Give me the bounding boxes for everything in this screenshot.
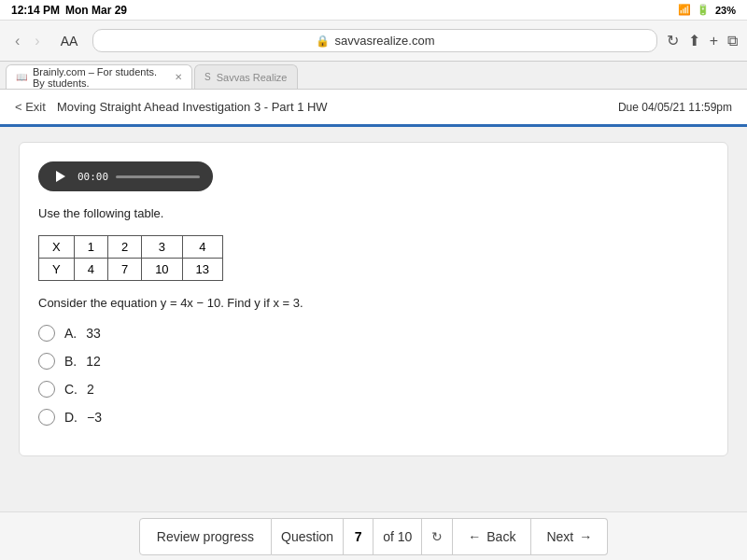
- refresh-question-button[interactable]: ↻: [422, 519, 452, 554]
- row-x-val3: 3: [142, 236, 182, 259]
- share-button[interactable]: ⬆: [688, 32, 700, 49]
- back-arrow-icon: ←: [468, 529, 481, 544]
- row-y-label: Y: [39, 259, 75, 281]
- row-x-val1: 1: [74, 236, 107, 259]
- answer-choices: A. 33 B. 12 C. 2 D. −3: [38, 325, 709, 426]
- battery-percent: 23%: [715, 5, 736, 16]
- audio-player: 00:00: [38, 161, 213, 191]
- row-x-val4: 4: [182, 236, 222, 259]
- table-container: X 1 2 3 4 Y 4 7 10 13: [38, 235, 709, 281]
- answer-d-value: −3: [87, 410, 102, 425]
- exit-button[interactable]: < Exit: [15, 100, 46, 114]
- radio-c[interactable]: [38, 381, 55, 398]
- status-time: 12:14 PM: [11, 4, 60, 17]
- next-label: Next: [546, 529, 573, 544]
- main-content: 00:00 Use the following table. X 1 2 3 4…: [0, 127, 747, 511]
- next-button[interactable]: Next →: [531, 518, 608, 555]
- new-tab-button[interactable]: +: [710, 32, 718, 49]
- browser-tabs: 📖 Brainly.com – For students. By student…: [0, 62, 747, 90]
- play-button[interactable]: [51, 167, 70, 186]
- row-y-val1: 4: [74, 259, 107, 281]
- question-label: Question: [272, 519, 344, 554]
- address-bar[interactable]: 🔒 savvasrealize.com: [92, 29, 656, 52]
- back-button[interactable]: ← Back: [453, 518, 531, 555]
- row-x-val2: 2: [107, 236, 141, 259]
- table-row-x: X 1 2 3 4: [39, 236, 223, 259]
- radio-a[interactable]: [38, 325, 55, 342]
- table-instruction: Use the following table.: [38, 206, 709, 220]
- answer-c-label: C.: [64, 382, 78, 397]
- wifi-icon: 📶: [678, 4, 691, 16]
- play-icon: [56, 171, 65, 182]
- url-text: savvasrealize.com: [335, 34, 435, 48]
- answer-b-label: B.: [64, 354, 77, 369]
- answer-a-label: A.: [64, 326, 77, 341]
- table-row-y: Y 4 7 10 13: [39, 259, 223, 281]
- review-progress-button[interactable]: Review progress: [139, 518, 272, 555]
- question-number-input[interactable]: [344, 519, 374, 554]
- question-text: Consider the equation y = 4x − 10. Find …: [38, 296, 709, 310]
- tabs-button[interactable]: ⧉: [727, 32, 738, 49]
- question-card: 00:00 Use the following table. X 1 2 3 4…: [19, 142, 728, 456]
- browser-chrome: ‹ › AA 🔒 savvasrealize.com ↻ ⬆ + ⧉: [0, 21, 747, 62]
- tab-savvas[interactable]: S Savvas Realize: [194, 64, 298, 89]
- question-nav: Question of 10 ↻: [272, 518, 453, 555]
- data-table: X 1 2 3 4 Y 4 7 10 13: [38, 235, 223, 281]
- answer-choice-b[interactable]: B. 12: [38, 353, 709, 370]
- row-y-val4: 13: [182, 259, 222, 281]
- brainly-tab-icon: 📖: [16, 72, 27, 82]
- audio-time: 00:00: [78, 171, 108, 183]
- bottom-bar: Review progress Question of 10 ↻ ← Back …: [0, 511, 747, 560]
- brainly-tab-label: Brainly.com – For students. By students.: [33, 66, 169, 89]
- reader-mode-button[interactable]: AA: [55, 32, 84, 50]
- answer-choice-a[interactable]: A. 33: [38, 325, 709, 342]
- back-label: Back: [486, 529, 515, 544]
- answer-c-value: 2: [87, 382, 94, 397]
- battery-icon: 🔋: [697, 4, 710, 16]
- app-header: < Exit Moving Straight Ahead Investigati…: [0, 90, 747, 127]
- answer-choice-c[interactable]: C. 2: [38, 381, 709, 398]
- answer-b-value: 12: [86, 354, 101, 369]
- radio-b[interactable]: [38, 353, 55, 370]
- next-arrow-icon: →: [579, 529, 592, 544]
- answer-a-value: 33: [86, 326, 101, 341]
- answer-choice-d[interactable]: D. −3: [38, 409, 709, 426]
- status-day: Mon Mar 29: [65, 4, 127, 17]
- question-total: of 10: [374, 519, 422, 554]
- lock-icon: 🔒: [316, 35, 330, 48]
- status-bar: 12:14 PM Mon Mar 29 📶 🔋 23%: [0, 0, 747, 21]
- answer-d-label: D.: [64, 410, 78, 425]
- forward-nav-button[interactable]: ›: [29, 31, 45, 51]
- row-x-label: X: [39, 236, 75, 259]
- row-y-val3: 10: [142, 259, 182, 281]
- back-nav-button[interactable]: ‹: [9, 31, 25, 51]
- assignment-title: Moving Straight Ahead Investigation 3 - …: [57, 100, 328, 114]
- row-y-val2: 7: [107, 259, 141, 281]
- audio-track[interactable]: [116, 175, 200, 178]
- savvas-tab-label: Savvas Realize: [217, 72, 288, 83]
- brainly-tab-close[interactable]: ✕: [175, 72, 182, 82]
- due-date: Due 04/05/21 11:59pm: [618, 101, 732, 114]
- savvas-tab-icon: S: [204, 72, 211, 82]
- tab-brainly[interactable]: 📖 Brainly.com – For students. By student…: [6, 64, 192, 89]
- reload-button[interactable]: ↻: [667, 32, 679, 49]
- radio-d[interactable]: [38, 409, 55, 426]
